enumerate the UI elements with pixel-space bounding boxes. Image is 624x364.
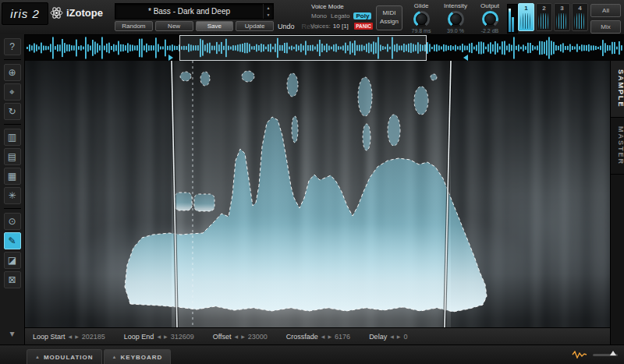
preset-down-icon[interactable]: ▼ bbox=[264, 12, 273, 19]
glide-knob[interactable] bbox=[413, 11, 430, 27]
toolbar-separator bbox=[4, 208, 21, 209]
modulation-tab-label: MODULATION bbox=[44, 354, 94, 361]
nudge-right-icon[interactable]: ▶ bbox=[164, 334, 168, 339]
output-knob-group: Output -2.2 dB bbox=[473, 2, 507, 34]
output-wave-icon bbox=[572, 351, 587, 359]
nudge-left-icon[interactable]: ◀ bbox=[390, 334, 394, 339]
expand-up-icon: ▲ bbox=[35, 355, 41, 359]
crossfade-value[interactable]: 6176 bbox=[335, 333, 350, 341]
loop-play-icon[interactable]: ↻ bbox=[4, 103, 21, 120]
lasso-icon[interactable]: ⊙ bbox=[4, 213, 21, 230]
spectrogram-overlay-svg bbox=[25, 61, 610, 327]
selection-blob[interactable] bbox=[194, 194, 214, 211]
selection-blob[interactable] bbox=[200, 72, 210, 86]
spectral-selection-region[interactable] bbox=[125, 117, 487, 312]
loop-end-marker-icon[interactable] bbox=[463, 55, 468, 61]
selection-blob[interactable] bbox=[358, 77, 372, 116]
output-meter bbox=[507, 4, 518, 34]
sample-slot-4[interactable]: 4 bbox=[572, 3, 588, 31]
nudge-right-icon[interactable]: ▶ bbox=[241, 334, 245, 339]
slider-thumb-icon[interactable] bbox=[610, 351, 616, 355]
brush-icon[interactable]: ✎ bbox=[4, 232, 21, 249]
expand-up-icon: ▲ bbox=[112, 355, 118, 359]
overview-selection-rect[interactable] bbox=[179, 35, 427, 61]
crossfade-label: Crossfade bbox=[286, 333, 318, 341]
new-button[interactable]: New bbox=[155, 21, 193, 31]
voice-mode-legato[interactable]: Legato bbox=[331, 12, 349, 19]
loop-start-marker-icon[interactable] bbox=[168, 55, 173, 61]
meter-bar-right bbox=[512, 17, 514, 32]
waveform-overview[interactable] bbox=[25, 35, 624, 62]
frequency-select-icon[interactable]: ▤ bbox=[4, 148, 21, 165]
preset-selector[interactable]: * Bass - Dark and Deep ▲ ▼ bbox=[115, 3, 274, 19]
position-icon[interactable]: ⌖ bbox=[4, 83, 21, 101]
selection-blob[interactable] bbox=[363, 124, 370, 150]
all-button[interactable]: All bbox=[590, 4, 621, 17]
chevron-down-icon[interactable]: ▾ bbox=[4, 325, 21, 342]
voice-mode-mono[interactable]: Mono bbox=[311, 12, 327, 19]
voices-label: Voices: bbox=[310, 23, 331, 30]
magic-wand-icon[interactable]: ✳ bbox=[4, 187, 21, 204]
tab-master[interactable]: MASTER bbox=[611, 118, 624, 175]
mini-volume-slider[interactable] bbox=[593, 354, 618, 356]
meter-bar-left bbox=[509, 9, 511, 32]
loop-start-value[interactable]: 202185 bbox=[82, 333, 105, 341]
time-select-icon[interactable]: ▥ bbox=[4, 129, 21, 146]
selection-blob[interactable] bbox=[175, 193, 192, 210]
offset-value[interactable]: 23000 bbox=[248, 333, 268, 341]
voice-mode-poly[interactable]: Poly bbox=[353, 12, 371, 19]
glide-label: Glide bbox=[414, 2, 429, 9]
zoom-icon[interactable]: ⊕ bbox=[4, 64, 21, 81]
voice-mode-title: Voice Mode bbox=[311, 3, 373, 10]
loop-end-value[interactable]: 312609 bbox=[171, 333, 194, 341]
loop-parameters-bar: Loop Start ◀ ▶ 202185 Loop End ◀ ▶ 31260… bbox=[25, 327, 610, 345]
nudge-left-icon[interactable]: ◀ bbox=[235, 334, 239, 339]
mix-button[interactable]: Mix bbox=[590, 20, 621, 34]
selection-blob[interactable] bbox=[388, 115, 400, 146]
tab-modulation[interactable]: ▲ MODULATION bbox=[27, 349, 102, 364]
nudge-right-icon[interactable]: ▶ bbox=[75, 334, 79, 339]
tab-sample[interactable]: SAMPLE bbox=[611, 61, 624, 118]
random-button[interactable]: Random bbox=[115, 21, 153, 31]
selection-blob[interactable] bbox=[414, 87, 428, 115]
help-icon[interactable]: ? bbox=[4, 38, 21, 55]
nudge-right-icon[interactable]: ▶ bbox=[397, 334, 401, 339]
selection-blob[interactable] bbox=[292, 116, 298, 143]
update-button[interactable]: Update bbox=[236, 21, 274, 31]
intensity-knob[interactable] bbox=[448, 11, 464, 27]
sample-slot-1[interactable]: 1 bbox=[518, 3, 534, 31]
nudge-left-icon[interactable]: ◀ bbox=[157, 334, 161, 339]
midi-assign-line2: Assign bbox=[380, 18, 399, 27]
glide-value: 79.8 ms bbox=[412, 28, 431, 34]
save-button[interactable]: Save bbox=[196, 21, 234, 31]
sample-slot-group: 1 2 3 4 bbox=[518, 3, 588, 31]
undo-button[interactable]: Undo bbox=[278, 23, 295, 30]
izotope-atom-icon bbox=[50, 6, 63, 19]
nudge-right-icon[interactable]: ▶ bbox=[328, 334, 332, 339]
tab-keyboard[interactable]: ▲ KEYBOARD bbox=[104, 349, 172, 364]
midi-assign-line1: MIDI bbox=[383, 9, 396, 18]
selection-blob[interactable] bbox=[180, 72, 191, 81]
izotope-logo-text: iZotope bbox=[66, 7, 103, 19]
nudge-left-icon[interactable]: ◀ bbox=[69, 334, 73, 339]
voice-mode-options: Mono Legato Poly bbox=[311, 12, 373, 19]
preset-up-icon[interactable]: ▲ bbox=[264, 4, 273, 12]
eraser-icon[interactable]: ◪ bbox=[4, 252, 21, 269]
selection-blob[interactable] bbox=[287, 73, 298, 97]
voices-value[interactable]: 10 [1] bbox=[333, 23, 349, 30]
sample-slot-3[interactable]: 3 bbox=[554, 3, 570, 31]
delay-value[interactable]: 0 bbox=[403, 333, 407, 341]
selection-blob[interactable] bbox=[431, 74, 437, 80]
erase-all-icon[interactable]: ⊠ bbox=[4, 271, 21, 288]
panic-button[interactable]: PANIC bbox=[354, 23, 373, 30]
midi-assign-button[interactable]: MIDI Assign bbox=[376, 5, 402, 30]
selection-blob[interactable] bbox=[242, 71, 254, 82]
slot-2-number: 2 bbox=[542, 5, 545, 12]
loop-end-label: Loop End bbox=[124, 333, 154, 341]
spectrogram-view[interactable] bbox=[25, 61, 610, 327]
nudge-left-icon[interactable]: ◀ bbox=[321, 334, 325, 339]
offset-label: Offset bbox=[213, 333, 232, 341]
output-knob[interactable] bbox=[482, 11, 498, 27]
sample-slot-2[interactable]: 2 bbox=[536, 3, 552, 31]
rectangle-select-icon[interactable]: ▦ bbox=[4, 168, 21, 185]
